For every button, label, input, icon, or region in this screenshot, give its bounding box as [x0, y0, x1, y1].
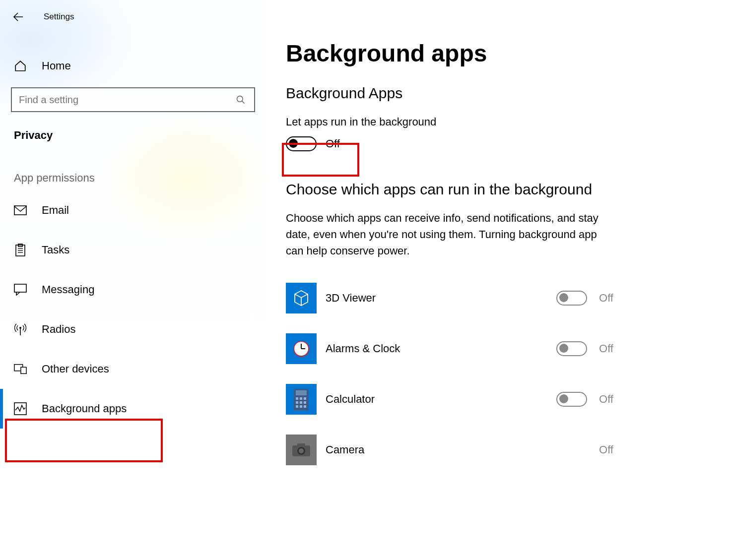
svg-rect-22: [304, 397, 306, 400]
sidebar-item-other-devices[interactable]: Other devices: [0, 349, 266, 389]
search-box[interactable]: [11, 87, 255, 112]
back-button[interactable]: [12, 11, 24, 23]
choose-heading: Choose which apps can run in the backgro…: [286, 181, 613, 198]
app-name: Camera: [326, 443, 599, 456]
svg-rect-19: [296, 390, 307, 395]
app-tile: [286, 384, 317, 415]
clipboard-icon: [14, 244, 27, 256]
app-toggle[interactable]: [556, 291, 587, 306]
app-toggle[interactable]: [556, 341, 587, 356]
app-tile: [286, 435, 317, 465]
sidebar: Settings Home Privacy App permissions Em…: [0, 0, 266, 560]
svg-rect-24: [300, 401, 302, 404]
sidebar-item-label: Radios: [42, 323, 75, 336]
svg-rect-2: [14, 206, 26, 215]
calculator-icon: [292, 387, 311, 411]
choose-description: Choose which apps can receive info, send…: [286, 210, 613, 259]
sidebar-item-tasks[interactable]: Tasks: [0, 230, 266, 270]
chat-icon: [14, 283, 27, 296]
svg-rect-23: [296, 401, 298, 404]
app-name: Calculator: [326, 393, 556, 406]
section-title: App permissions: [0, 142, 266, 190]
svg-rect-21: [300, 397, 302, 400]
svg-rect-8: [14, 284, 26, 292]
master-toggle-label: Let apps run in the background: [286, 116, 613, 128]
sidebar-item-label: Other devices: [42, 363, 109, 375]
main-content: Background apps Background Apps Let apps…: [286, 40, 613, 475]
svg-line-1: [242, 101, 245, 104]
search-input[interactable]: [19, 94, 234, 106]
svg-rect-32: [297, 443, 305, 446]
antenna-icon: [14, 323, 27, 336]
app-toggle-state: Off: [599, 292, 613, 305]
activity-icon: [14, 402, 27, 415]
category-title: Privacy: [0, 112, 266, 142]
app-title: Settings: [44, 12, 74, 22]
master-toggle[interactable]: [286, 136, 317, 151]
app-row-calculator: Calculator Off: [286, 374, 613, 425]
svg-rect-20: [296, 397, 298, 400]
sidebar-item-radios[interactable]: Radios: [0, 310, 266, 349]
app-name: Alarms & Clock: [326, 342, 556, 355]
sidebar-item-background-apps[interactable]: Background apps: [0, 389, 266, 429]
svg-rect-26: [296, 405, 298, 408]
mail-icon: [14, 204, 27, 217]
search-icon: [234, 93, 247, 106]
app-tile: [286, 283, 317, 313]
toggle-knob: [289, 139, 298, 148]
sidebar-item-messaging[interactable]: Messaging: [0, 270, 266, 310]
svg-rect-25: [304, 401, 306, 404]
app-tile: [286, 333, 317, 364]
svg-rect-28: [304, 405, 306, 408]
svg-rect-12: [21, 367, 26, 373]
sidebar-item-label: Email: [42, 204, 69, 217]
sub-title: Background Apps: [286, 85, 613, 102]
sidebar-item-home[interactable]: Home: [0, 53, 266, 79]
page-title: Background apps: [286, 40, 613, 67]
svg-point-0: [237, 96, 243, 102]
master-toggle-state: Off: [326, 137, 340, 150]
sidebar-item-label: Background apps: [42, 402, 127, 415]
devices-icon: [14, 363, 27, 375]
sidebar-item-label: Messaging: [42, 283, 94, 296]
app-row-3d-viewer: 3D Viewer Off: [286, 273, 613, 323]
app-row-camera: Camera Off: [286, 425, 613, 475]
arrow-left-icon: [12, 11, 24, 23]
app-toggle-state: Off: [599, 393, 613, 406]
svg-rect-27: [300, 405, 302, 408]
app-name: 3D Viewer: [326, 292, 556, 305]
sidebar-item-label: Tasks: [42, 244, 69, 256]
app-toggle-state: Off: [599, 342, 613, 355]
svg-point-9: [19, 327, 21, 329]
sidebar-item-email[interactable]: Email: [0, 190, 266, 230]
home-label: Home: [42, 60, 71, 72]
camera-icon: [291, 442, 311, 457]
app-row-alarms-clock: Alarms & Clock Off: [286, 323, 613, 374]
svg-point-31: [299, 448, 304, 453]
app-toggle[interactable]: [556, 392, 587, 407]
clock-icon: [292, 339, 311, 358]
app-toggle-state: Off: [599, 443, 613, 456]
cube-icon: [292, 289, 311, 308]
home-icon: [14, 60, 27, 72]
